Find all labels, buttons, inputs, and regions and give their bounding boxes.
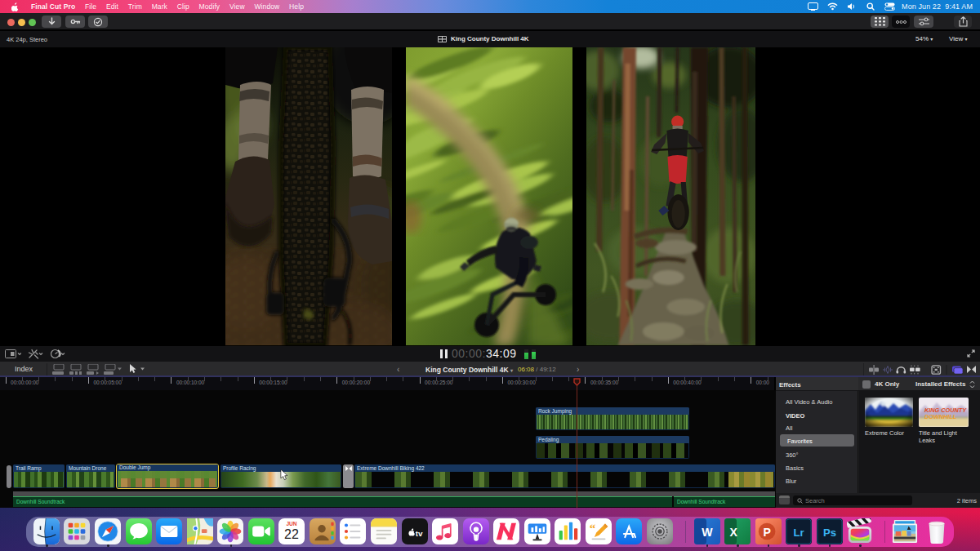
svg-text:X: X — [730, 526, 738, 539]
svg-text:DOWNHILL: DOWNHILL — [924, 413, 957, 420]
svg-text:JUN: JUN — [287, 521, 297, 527]
svg-text:Ps: Ps — [822, 527, 835, 539]
svg-text:P: P — [763, 526, 770, 539]
svg-text:22: 22 — [284, 527, 299, 541]
svg-text:Lr: Lr — [793, 527, 804, 539]
svg-text:“: “ — [590, 522, 596, 535]
svg-text:tv: tv — [415, 529, 422, 538]
svg-text:W: W — [702, 526, 713, 539]
